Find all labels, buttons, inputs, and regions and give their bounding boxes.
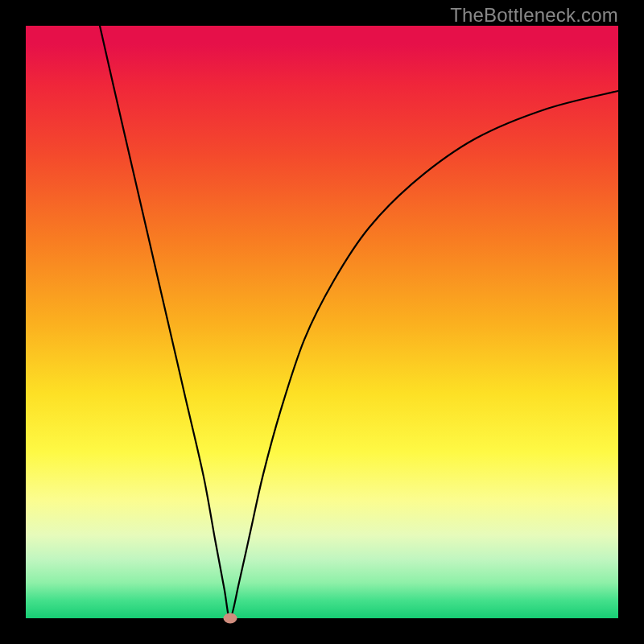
watermark: TheBottleneck.com <box>450 4 618 27</box>
chart-frame: TheBottleneck.com <box>0 0 644 644</box>
plot-area <box>26 26 618 618</box>
min-marker-dot <box>223 613 237 624</box>
bottleneck-curve <box>26 26 618 618</box>
